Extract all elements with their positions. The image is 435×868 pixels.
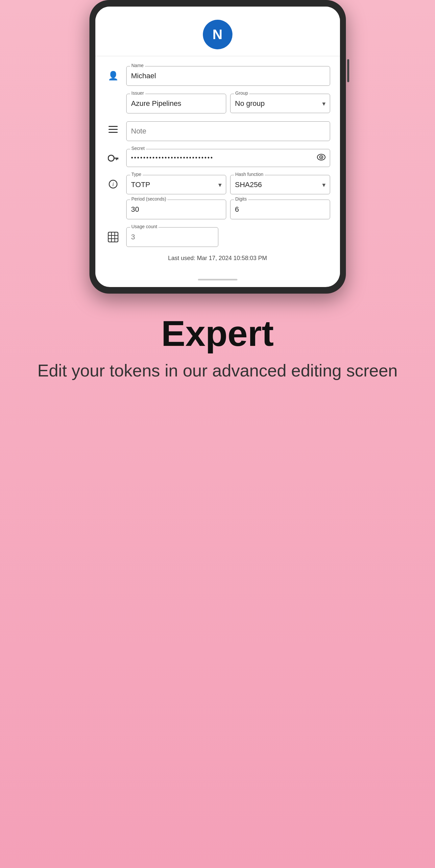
group-select[interactable]: No group [230, 94, 330, 113]
expert-title: Expert [13, 313, 422, 353]
hash-label: Hash function [234, 172, 265, 177]
bottom-handle [95, 275, 340, 287]
hash-select-wrapper: Hash function SHA256 SHA1 SHA512 ▾ [230, 175, 330, 194]
spacer-icon-1 [105, 94, 121, 98]
svg-text:i: i [112, 182, 114, 187]
svg-rect-2 [108, 132, 118, 133]
form-area: 👤 Name Issuer [95, 56, 340, 275]
period-label: Period (seconds) [130, 196, 168, 202]
issuer-field-wrapper: Issuer [126, 94, 226, 114]
app-icon-letter: N [212, 27, 222, 42]
issuer-group-inline: Issuer Group No group ▾ [126, 94, 330, 114]
name-field-wrapper: Name [126, 66, 330, 86]
hash-select[interactable]: SHA256 SHA1 SHA512 [230, 175, 330, 194]
group-label: Group [234, 90, 250, 96]
svg-rect-12 [108, 232, 118, 242]
svg-point-9 [320, 156, 322, 158]
note-field-wrapper [126, 121, 330, 141]
svg-rect-0 [108, 126, 118, 127]
usage-fields: Usage count [126, 227, 330, 247]
info-icon: i [105, 175, 121, 189]
type-hash-row: i Type TOTP HOTP ▾ [105, 175, 330, 219]
note-row [105, 121, 330, 141]
type-hash-fields: Type TOTP HOTP ▾ Hash function SH [126, 175, 330, 219]
name-label: Name [130, 63, 145, 68]
svg-point-3 [108, 155, 114, 161]
secret-input[interactable] [126, 149, 330, 167]
secret-label: Secret [130, 146, 146, 151]
key-icon [105, 149, 121, 163]
type-hash-inline: Type TOTP HOTP ▾ Hash function SH [126, 175, 330, 194]
usage-row: Usage count [105, 227, 330, 247]
side-button [347, 59, 349, 82]
secret-field-wrapper: Secret [126, 149, 330, 167]
screen-top: N [95, 7, 340, 56]
digits-input[interactable] [230, 199, 330, 219]
name-fields: Name [126, 66, 330, 86]
type-select[interactable]: TOTP HOTP [126, 175, 226, 194]
secret-fields: Secret [126, 149, 330, 167]
secret-row: Secret [105, 149, 330, 167]
last-used-text: Last used: Mar 17, 2024 10:58:03 PM [105, 255, 330, 265]
phone-wrapper: N 👤 Name [89, 0, 346, 293]
issuer-input[interactable] [126, 94, 226, 114]
period-digits-inline: Period (seconds) Digits [126, 199, 330, 219]
issuer-group-row: Issuer Group No group ▾ [105, 94, 330, 114]
issuer-group-fields: Issuer Group No group ▾ [126, 94, 330, 114]
person-icon: 👤 [105, 66, 121, 81]
app-icon: N [203, 20, 232, 49]
usage-field-wrapper: Usage count [126, 227, 218, 247]
note-fields [126, 121, 330, 141]
period-field-wrapper: Period (seconds) [126, 199, 226, 219]
name-row: 👤 Name [105, 66, 330, 86]
name-input[interactable] [126, 66, 330, 86]
expert-subtitle: Edit your tokens in our advanced editing… [13, 360, 422, 382]
menu-icon [105, 121, 121, 133]
issuer-label: Issuer [130, 90, 145, 96]
usage-label: Usage count [130, 224, 159, 229]
digits-field-wrapper: Digits [230, 199, 330, 219]
note-input[interactable] [126, 121, 330, 141]
phone-screen: N 👤 Name [95, 7, 340, 287]
type-label: Type [130, 172, 143, 177]
svg-rect-1 [108, 129, 118, 130]
phone-frame: N 👤 Name [89, 0, 346, 293]
period-input[interactable] [126, 199, 226, 219]
digits-label: Digits [234, 196, 248, 202]
handle-bar [198, 279, 238, 280]
eye-icon[interactable] [317, 154, 325, 162]
counter-icon [105, 227, 121, 242]
usage-input[interactable] [126, 227, 218, 247]
group-select-wrapper: Group No group ▾ [230, 94, 330, 114]
type-select-wrapper: Type TOTP HOTP ▾ [126, 175, 226, 194]
bottom-section: Expert Edit your tokens in our advanced … [0, 293, 435, 408]
